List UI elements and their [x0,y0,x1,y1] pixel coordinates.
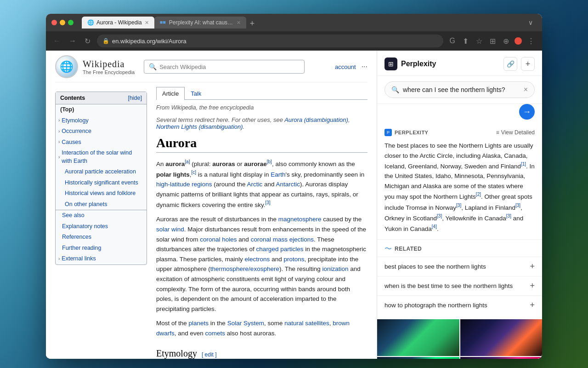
antarctic-link[interactable]: Antarctic [276,181,300,188]
back-button[interactable]: ← [51,35,62,47]
perplexity-search-icon: 🔍 [391,86,399,93]
toc-item-top[interactable]: (Top) [56,104,147,115]
northern-lights-disambig-link[interactable]: Northern Lights (disambiguation) [156,123,243,130]
comets-link[interactable]: comets [205,330,226,337]
toc-item-see-also-label: See also [62,212,85,220]
toc-item-occurrence[interactable]: › Occurrence [56,126,147,137]
gallery-image-2[interactable] [460,319,543,356]
toc-item-external-links[interactable]: › External links [56,253,147,264]
reload-button[interactable]: ↻ [83,35,92,47]
perplexity-clear-button[interactable]: × [524,86,528,94]
perplexity-source-label: P PERPLEXITY [384,129,428,136]
citation-4[interactable]: [4] [432,224,437,229]
extensions-icon[interactable]: ⊞ [488,35,498,47]
gallery-image-4[interactable] [460,357,543,359]
close-window-button[interactable] [51,20,57,25]
protons-link[interactable]: protons [283,256,304,263]
high-latitude-link[interactable]: high-latitude regions [156,181,212,188]
charged-particles-link[interactable]: charged particles [256,246,304,253]
forward-button[interactable]: → [67,35,78,47]
citation-1[interactable]: [1] [521,161,526,167]
toc-item-etymology[interactable]: › Etymology [56,115,147,126]
citation-3d[interactable]: [3] [506,213,511,218]
arctic-link[interactable]: Arctic [247,181,262,188]
toc-item-auroral-acceleration[interactable]: Auroral particle acceleration [56,167,147,178]
bookmark-icon[interactable]: ☆ [474,35,484,47]
toc-header: Contents [hide] [56,92,147,104]
toc-item-further-reading[interactable]: Further reading [56,243,147,254]
profile-icon[interactable]: ⊕ [501,35,511,47]
related-item-2-text: when is the best time to see the norther… [384,282,513,289]
toc-hide-button[interactable]: [hide] [128,95,142,101]
planets-link[interactable]: planets [189,320,209,327]
gallery-image-1[interactable] [377,319,459,356]
thermosphere-link[interactable]: thermosphere/exosphere [210,265,279,272]
url-bar[interactable]: 🔒 en.wikipedia.org/wiki/Aurora [97,34,443,47]
footnote-a[interactable]: [a] [185,159,190,164]
earth-link[interactable]: Earth [271,171,285,178]
minimize-window-button[interactable] [60,20,65,25]
related-label: RELATED [395,246,422,252]
related-item-1[interactable]: best places to see the northern lights + [377,257,542,276]
toc-item-references[interactable]: References [56,232,147,243]
ionization-link[interactable]: ionization [322,265,348,272]
share-icon[interactable]: ⬆ [461,35,470,47]
footnote-b[interactable]: [b] [267,159,272,164]
tab-perplexity[interactable]: ■■ Perplexity AI: what causes the ✕ [154,17,246,29]
perplexity-add-button[interactable]: + [521,57,535,71]
toc-item-solar-wind[interactable]: › Interaction of the solar wind with Ear… [56,148,147,167]
more-options-button[interactable]: ⋮ [526,35,537,47]
traffic-lights [51,20,74,25]
electrons-link[interactable]: electrons [245,256,270,263]
tab-close-perplexity[interactable]: ✕ [237,20,241,26]
tab-wikipedia[interactable]: 🌐 Aurora - Wikipedia ✕ [82,17,154,29]
citation-2[interactable]: [2] [476,192,481,197]
perplexity-search-box: 🔍 × [384,81,535,98]
perplexity-search-input[interactable] [403,86,520,93]
toc-item-causes[interactable]: › Causes [56,137,147,148]
wiki-more-button[interactable]: ··· [362,63,368,71]
view-detailed-button[interactable]: ≡ View Detailed [496,129,535,136]
toc-item-historically-significant[interactable]: Historically significant events [56,178,147,189]
gallery-image-3[interactable] [377,357,459,359]
toc-item-causes-label: Causes [62,138,81,147]
tab-talk[interactable]: Talk [185,87,207,100]
toc-item-see-also[interactable]: See also [56,210,147,221]
perplexity-go-button[interactable]: → [519,104,535,120]
add-tab-button[interactable]: + [246,19,259,28]
coronal-mass-ejections-link[interactable]: coronal mass ejections [251,236,314,243]
etymology-heading: Etymology [156,346,197,359]
perplexity-image-gallery [377,319,542,359]
maximize-window-button[interactable] [68,20,74,25]
toc-item-historical-views[interactable]: Historical views and folklore [56,188,147,199]
tab-article[interactable]: Article [156,87,185,100]
solar-system-link[interactable]: Solar System [227,320,264,327]
wiki-search-box[interactable]: 🔍 [144,60,305,74]
footnote-3[interactable]: [3] [266,200,271,205]
tab-expand-button[interactable]: ∨ [525,19,537,26]
tab-close-wikipedia[interactable]: ✕ [145,20,149,26]
etymology-edit-link[interactable]: [ edit ] [202,351,217,359]
citation-3a[interactable]: [3] [456,203,461,208]
related-item-2[interactable]: when is the best time to see the norther… [377,276,542,295]
related-item-3[interactable]: how to photograph the northern lights + [377,295,542,315]
solar-wind-link[interactable]: solar wind [156,226,184,233]
wiki-account-link[interactable]: account [335,63,356,70]
citation-3b[interactable]: [3] [515,203,520,208]
wiki-search-input[interactable] [159,63,300,70]
coronal-holes-link[interactable]: coronal holes [200,236,237,243]
perplexity-link-button[interactable]: 🔗 [503,57,517,71]
toc-item-explanatory-notes[interactable]: Explanatory notes [56,221,147,232]
footnote-c[interactable]: [c] [192,170,197,175]
toc-arrow-external-links: › [58,256,60,262]
wiki-para2: Auroras are the result of disturbances i… [156,214,368,314]
magnetosphere-link[interactable]: magnetosphere [278,216,322,223]
security-lock-icon: 🔒 [102,38,109,44]
tab-favicon-wikipedia: 🌐 [87,19,94,26]
toc-arrow-occurrence: › [58,128,60,135]
citation-3c[interactable]: [3] [437,213,442,218]
google-icon[interactable]: G [448,35,457,47]
natural-satellites-link[interactable]: natural satellites [284,320,329,327]
aurora-disambig-link[interactable]: Aurora (disambiguation) [284,116,348,123]
toc-item-other-planets[interactable]: On other planets [56,199,147,210]
